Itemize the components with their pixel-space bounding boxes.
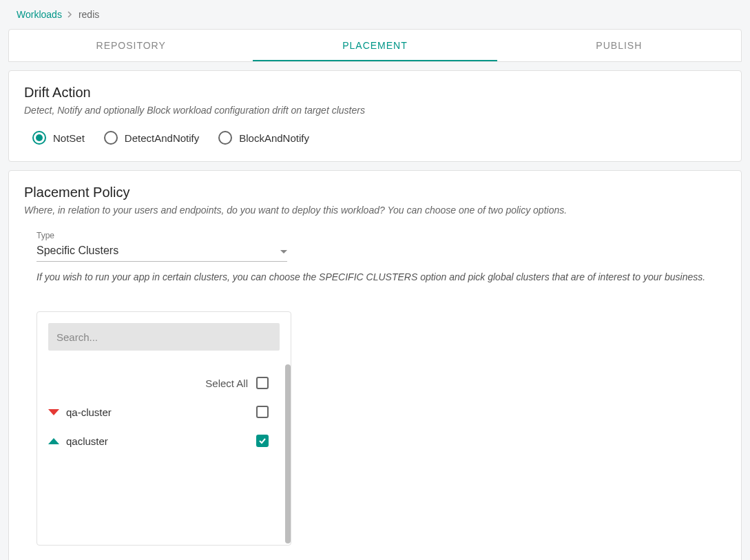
breadcrumb-current: redis xyxy=(79,9,99,20)
drift-label: NotSet xyxy=(53,132,85,144)
cluster-name: qacluster xyxy=(66,435,249,447)
type-select-value: Specific Clusters xyxy=(37,245,280,257)
drift-title: Drift Action xyxy=(24,85,726,101)
tab-repository[interactable]: REPOSITORY xyxy=(9,30,253,61)
select-all-label: Select All xyxy=(205,377,248,389)
drift-label: DetectAndNotify xyxy=(125,132,199,144)
drift-option-detect[interactable]: DetectAndNotify xyxy=(104,131,199,145)
drift-label: BlockAndNotify xyxy=(239,132,309,144)
type-select[interactable]: Specific Clusters xyxy=(37,242,287,262)
radio-unselected-icon xyxy=(104,131,118,145)
select-all-row: Select All xyxy=(37,366,291,397)
tab-placement[interactable]: PLACEMENT xyxy=(253,30,497,61)
dropdown-arrow-icon xyxy=(280,245,287,256)
status-up-icon xyxy=(48,438,59,444)
drift-card: Drift Action Detect, Notify and optional… xyxy=(8,70,742,162)
radio-selected-icon xyxy=(32,131,46,145)
tab-publish[interactable]: PUBLISH xyxy=(497,30,741,61)
type-field-label: Type xyxy=(37,231,726,240)
radio-unselected-icon xyxy=(218,131,232,145)
cluster-row[interactable]: qa-cluster xyxy=(37,397,291,426)
placement-card: Placement Policy Where, in relation to y… xyxy=(8,170,742,560)
drift-option-notset[interactable]: NotSet xyxy=(32,131,85,145)
cluster-row[interactable]: qacluster xyxy=(37,426,291,455)
cluster-checkbox[interactable] xyxy=(256,406,269,418)
breadcrumb-workloads-link[interactable]: Workloads xyxy=(17,9,62,20)
checkmark-icon xyxy=(258,437,267,445)
drift-option-block[interactable]: BlockAndNotify xyxy=(218,131,309,145)
breadcrumb: Workloads redis xyxy=(0,0,750,29)
scrollbar-thumb[interactable] xyxy=(285,364,291,543)
drift-radio-group: NotSet DetectAndNotify BlockAndNotify xyxy=(24,131,726,145)
tabs: REPOSITORY PLACEMENT PUBLISH xyxy=(8,29,742,62)
cluster-picker: Select All qa-cluster qacluster xyxy=(37,311,291,546)
drift-subtitle: Detect, Notify and optionally Block work… xyxy=(24,105,726,116)
select-all-checkbox[interactable] xyxy=(256,377,269,389)
cluster-checkbox[interactable] xyxy=(256,435,269,447)
placement-subtitle: Where, in relation to your users and end… xyxy=(24,205,726,216)
cluster-name: qa-cluster xyxy=(66,406,249,418)
chevron-right-icon xyxy=(67,9,73,20)
type-hint: If you wish to run your app in certain c… xyxy=(37,271,726,282)
placement-title: Placement Policy xyxy=(24,185,726,200)
status-down-icon xyxy=(48,409,59,415)
search-input[interactable] xyxy=(48,323,280,351)
